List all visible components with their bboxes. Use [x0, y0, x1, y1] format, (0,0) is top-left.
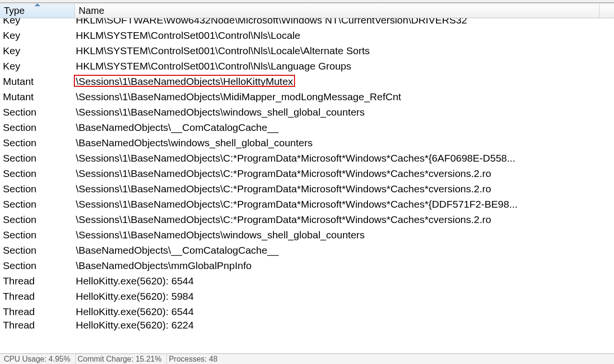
cell-name: \Sessions\1\BaseNamedObjects\C:*ProgramD…: [75, 199, 614, 210]
cell-type: Key: [0, 30, 75, 41]
cell-type: Section: [0, 245, 75, 256]
cell-name: HKLM\SOFTWARE\Wow6432Node\Microsoft\Wind…: [75, 18, 614, 26]
cell-type: Mutant: [0, 76, 75, 87]
cell-type: Section: [0, 168, 75, 179]
table-row[interactable]: Mutant\Sessions\1\BaseNamedObjects\Hello…: [0, 74, 614, 89]
cell-name: \BaseNamedObjects\__ComCatalogCache__: [75, 245, 614, 256]
table-row[interactable]: Section\Sessions\1\BaseNamedObjects\C:*P…: [0, 212, 614, 227]
cell-name: \BaseNamedObjects\__ComCatalogCache__: [75, 122, 614, 133]
table-row[interactable]: Mutant\Sessions\1\BaseNamedObjects\MidiM…: [0, 89, 614, 105]
cell-type: Thread: [0, 306, 75, 317]
table-row[interactable]: KeyHKLM\SYSTEM\ControlSet001\Control\Nls…: [0, 43, 614, 59]
cell-type: Key: [0, 45, 75, 57]
handles-list-window: Type Name KeyHKLM\SOFTWARE\Wow6432Node\M…: [0, 0, 614, 364]
cell-name: HKLM\SYSTEM\ControlSet001\Control\Nls\La…: [75, 60, 614, 72]
cell-type: Thread: [0, 319, 75, 331]
table-row[interactable]: ThreadHelloKitty.exe(5620): 6224: [0, 319, 614, 331]
cell-type: Section: [0, 183, 75, 195]
cell-name: \Sessions\1\BaseNamedObjects\HelloKittyM…: [75, 76, 614, 87]
table-row[interactable]: KeyHKLM\SOFTWARE\Wow6432Node\Microsoft\W…: [0, 18, 614, 28]
cell-name: \Sessions\1\BaseNamedObjects\C:*ProgramD…: [75, 168, 614, 179]
cell-type: Section: [0, 199, 75, 210]
cell-name: \Sessions\1\BaseNamedObjects\windows_she…: [75, 229, 614, 241]
table-row[interactable]: Section\BaseNamedObjects\__ComCatalogCac…: [0, 243, 614, 258]
table-row[interactable]: KeyHKLM\SYSTEM\ControlSet001\Control\Nls…: [0, 59, 614, 74]
table-row[interactable]: ThreadHelloKitty.exe(5620): 6544: [0, 273, 614, 289]
table-row[interactable]: Section\Sessions\1\BaseNamedObjects\wind…: [0, 105, 614, 120]
cell-name: HelloKitty.exe(5620): 6544: [75, 275, 614, 287]
column-header-row: Type Name: [0, 4, 614, 18]
cell-name: \Sessions\1\BaseNamedObjects\C:*ProgramD…: [75, 214, 614, 225]
status-cpu: CPU Usage: 4.95%: [2, 354, 76, 364]
cell-type: Section: [0, 214, 75, 225]
cell-name: HelloKitty.exe(5620): 6544: [75, 306, 614, 317]
cell-type: Thread: [0, 291, 75, 302]
table-row[interactable]: ThreadHelloKitty.exe(5620): 5984: [0, 289, 614, 304]
cell-type: Key: [0, 60, 75, 72]
cell-name: \BaseNamedObjects\windows_shell_global_c…: [75, 137, 614, 149]
cell-type: Section: [0, 137, 75, 149]
status-bar: CPU Usage: 4.95% Commit Charge: 15.21% P…: [0, 353, 614, 364]
column-header-type-label: Type: [4, 5, 24, 16]
cell-type: Section: [0, 260, 75, 271]
column-header-name-label: Name: [79, 5, 104, 16]
table-row[interactable]: Section\BaseNamedObjects\mmGlobalPnpInfo: [0, 258, 614, 273]
status-processes: Processes: 48: [167, 354, 222, 364]
cell-type: Section: [0, 122, 75, 133]
table-row[interactable]: Section\BaseNamedObjects\windows_shell_g…: [0, 135, 614, 151]
sort-ascending-icon: [35, 3, 40, 6]
table-row[interactable]: ThreadHelloKitty.exe(5620): 6544: [0, 304, 614, 319]
table-row[interactable]: Section\Sessions\1\BaseNamedObjects\wind…: [0, 227, 614, 243]
table-row[interactable]: Section\Sessions\1\BaseNamedObjects\C:*P…: [0, 166, 614, 181]
cell-name: HKLM\SYSTEM\ControlSet001\Control\Nls\Lo…: [75, 30, 614, 41]
cell-name: \Sessions\1\BaseNamedObjects\MidiMapper_…: [75, 91, 614, 103]
column-header-stub[interactable]: [600, 4, 614, 18]
cell-name: \Sessions\1\BaseNamedObjects\windows_she…: [75, 106, 614, 118]
cell-type: Section: [0, 106, 75, 118]
cell-name: \BaseNamedObjects\mmGlobalPnpInfo: [75, 260, 614, 271]
cell-type: Mutant: [0, 91, 75, 103]
table-row[interactable]: KeyHKLM\SYSTEM\ControlSet001\Control\Nls…: [0, 28, 614, 43]
handles-list-body[interactable]: KeyHKLM\SOFTWARE\Wow6432Node\Microsoft\W…: [0, 18, 614, 353]
cell-name: HKLM\SYSTEM\ControlSet001\Control\Nls\Lo…: [75, 45, 614, 57]
table-row[interactable]: Section\Sessions\1\BaseNamedObjects\C:*P…: [0, 151, 614, 166]
cell-name: HelloKitty.exe(5620): 6224: [75, 319, 614, 331]
table-row[interactable]: Section\Sessions\1\BaseNamedObjects\C:*P…: [0, 181, 614, 197]
cell-name: \Sessions\1\BaseNamedObjects\C:*ProgramD…: [75, 153, 614, 164]
cell-name: \Sessions\1\BaseNamedObjects\C:*ProgramD…: [75, 183, 614, 195]
column-header-name[interactable]: Name: [75, 4, 600, 18]
status-commit: Commit Charge: 15.21%: [76, 354, 167, 364]
cell-type: Section: [0, 153, 75, 164]
cell-type: Thread: [0, 275, 75, 287]
cell-type: Key: [0, 18, 75, 26]
cell-type: Section: [0, 229, 75, 241]
table-row[interactable]: Section\BaseNamedObjects\__ComCatalogCac…: [0, 120, 614, 135]
column-header-type[interactable]: Type: [0, 4, 75, 18]
table-row[interactable]: Section\Sessions\1\BaseNamedObjects\C:*P…: [0, 197, 614, 212]
cell-name: HelloKitty.exe(5620): 5984: [75, 291, 614, 302]
